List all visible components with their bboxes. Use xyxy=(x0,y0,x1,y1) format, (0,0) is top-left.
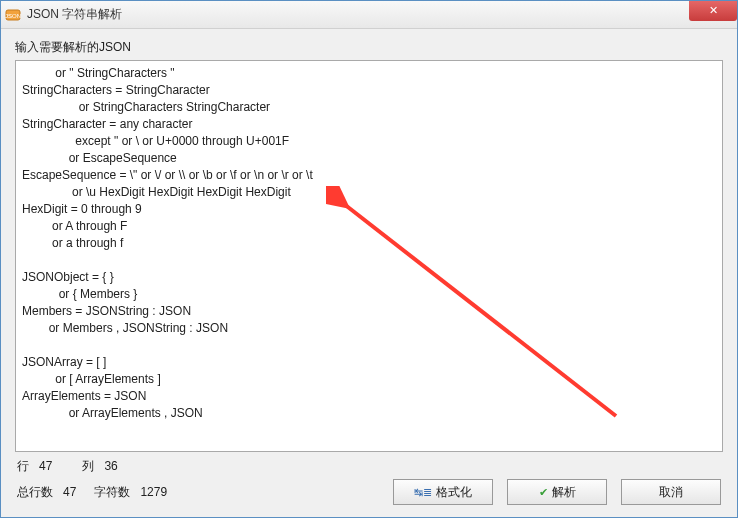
format-icon: ↹≣ xyxy=(414,486,432,499)
status-row-1: 行 47 列 36 xyxy=(15,452,723,477)
cursor-col: 列 36 xyxy=(82,458,117,475)
cancel-button[interactable]: 取消 xyxy=(621,479,721,505)
cursor-row: 行 47 xyxy=(17,458,52,475)
json-input-container: or " StringCharacters " StringCharacters… xyxy=(15,60,723,452)
svg-text:JSON: JSON xyxy=(5,13,21,19)
json-input[interactable]: or " StringCharacters " StringCharacters… xyxy=(16,61,722,451)
format-button[interactable]: ↹≣ 格式化 xyxy=(393,479,493,505)
content-area: 输入需要解析的JSON or " StringCharacters " Stri… xyxy=(1,29,737,517)
char-count: 字符数 1279 xyxy=(94,484,167,501)
input-label: 输入需要解析的JSON xyxy=(15,39,723,56)
status-row-2: 总行数 47 字符数 1279 ↹≣ 格式化 ✔ 解析 xyxy=(15,477,723,511)
check-icon: ✔ xyxy=(539,486,548,499)
close-button[interactable]: ✕ xyxy=(689,1,737,21)
window-title: JSON 字符串解析 xyxy=(27,6,122,23)
parse-button[interactable]: ✔ 解析 xyxy=(507,479,607,505)
total-rows: 总行数 47 xyxy=(17,484,76,501)
button-row: ↹≣ 格式化 ✔ 解析 取消 xyxy=(393,479,721,505)
app-icon: JSON xyxy=(5,7,21,23)
app-window: JSON JSON 字符串解析 ✕ 输入需要解析的JSON or " Strin… xyxy=(0,0,738,518)
titlebar: JSON JSON 字符串解析 ✕ xyxy=(1,1,737,29)
